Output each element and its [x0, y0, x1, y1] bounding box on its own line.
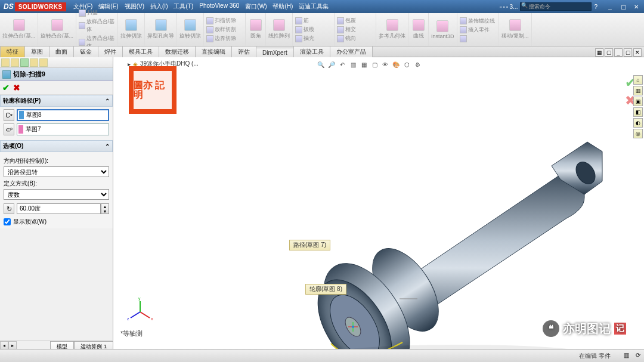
window-restore-icon[interactable]: ▢: [618, 2, 628, 11]
rib-linear-pattern[interactable]: 线性阵列: [266, 13, 293, 46]
menu-photoview[interactable]: PhotoView 360: [199, 2, 239, 11]
scroll-right-icon[interactable]: ▸: [8, 341, 17, 349]
feature-manager-panel: 切除-扫描9 ✔ ✖ 轮廓和路径(P)⌃ Cᵒ 草图8 ⊂ᵖ 草图7 选项(O)…: [0, 57, 113, 349]
view-triad[interactable]: x y z: [128, 300, 152, 324]
rib-instant3d[interactable]: Instant3D: [429, 13, 457, 46]
mdi-tile-icon[interactable]: ▦: [595, 48, 603, 57]
heads-up-toolbar: 🔍 🔎 ↶ ▥ ▦ ▢ 👁 🎨 ⬡ ⚙: [316, 60, 422, 69]
window-close-icon[interactable]: ✕: [631, 2, 642, 11]
menu-help[interactable]: 帮助(H): [273, 2, 293, 11]
status-rebuild-icon[interactable]: ⟳: [636, 352, 644, 360]
taskpane-file-explorer-icon[interactable]: ▣: [633, 97, 643, 106]
menu-insert[interactable]: 插入(I): [150, 2, 168, 11]
path-field[interactable]: 草图7: [17, 123, 109, 135]
rib-sweep-group[interactable]: 扫描 放样凸台/基体 边界凸台/基体: [76, 13, 118, 46]
tab-moldtools[interactable]: 模具工具: [122, 46, 159, 57]
menu-view[interactable]: 视图(V): [125, 2, 144, 11]
task-pane: ⌂ ▥ ▣ ◧ ◐ ◎: [633, 75, 644, 138]
view-settings-icon[interactable]: ⚙: [413, 60, 422, 69]
preview-checkbox[interactable]: 显示预览(W): [4, 218, 109, 226]
callout-profile[interactable]: 轮廓(草图 8): [305, 284, 346, 295]
watermark-seal-icon: 记: [614, 323, 626, 335]
tab-dimxpert[interactable]: DimXpert: [256, 48, 294, 57]
angle-icon[interactable]: ↻: [4, 203, 14, 214]
section-profile-path[interactable]: 轮廓和路径(P)⌃: [0, 95, 113, 107]
rib-extrude-boss[interactable]: 拉伸凸台/基...: [0, 13, 38, 46]
rib-revolve-boss[interactable]: 旋转凸台/基...: [38, 13, 76, 46]
taskpane-custom-icon[interactable]: ◎: [633, 129, 643, 138]
status-unit-icon[interactable]: ▥: [624, 352, 632, 360]
window-minimize-icon[interactable]: _: [605, 2, 615, 11]
feature-title: 切除-扫描9: [13, 70, 45, 79]
tab-direct[interactable]: 直接编辑: [195, 46, 232, 57]
tab-render[interactable]: 渲染工具: [293, 46, 330, 57]
hide-show-icon[interactable]: 👁: [380, 60, 390, 69]
path-selector-icon[interactable]: ⊂ᵖ: [4, 123, 14, 135]
taskpane-resources-icon[interactable]: ⌂: [633, 75, 643, 85]
rib-revolve-cut[interactable]: 旋转切除: [177, 13, 204, 46]
tab-sketch[interactable]: 草图: [24, 46, 49, 57]
tab-datamig[interactable]: 数据迁移: [159, 46, 196, 57]
scroll-left-icon[interactable]: ◂: [0, 341, 8, 349]
twist-control-select[interactable]: 沿路径扭转: [4, 166, 109, 177]
rib-refgeom[interactable]: 参考几何体: [376, 13, 408, 46]
rib-move-copy[interactable]: 移动/复制...: [499, 13, 532, 46]
define-by-select[interactable]: 度数: [4, 189, 109, 200]
profile-selector-icon[interactable]: Cᵒ: [4, 109, 14, 121]
ok-button[interactable]: ✔: [2, 83, 10, 92]
qat-save-icon[interactable]: ▫: [506, 4, 507, 10]
taskpane-appearances-icon[interactable]: ◐: [633, 118, 643, 128]
rib-rib-group[interactable]: 筋 拔模 抽壳: [293, 13, 335, 46]
swept-cut-icon: [2, 70, 11, 79]
mdi-restore-icon[interactable]: ▢: [624, 48, 632, 57]
menu-window[interactable]: 窗口(W): [245, 2, 267, 11]
callout-path[interactable]: 路径(草图 7): [289, 240, 330, 250]
mdi-cascade-icon[interactable]: ▢: [605, 48, 613, 57]
tab-sheetmetal[interactable]: 钣金: [73, 46, 98, 57]
fm-scrollbar[interactable]: ◂ ▸ 模型 运动算例 1: [0, 341, 113, 349]
tab-office[interactable]: 办公室产品: [330, 46, 373, 57]
menu-tools[interactable]: 工具(T): [174, 2, 193, 11]
angle-spinner[interactable]: ▲▼: [101, 203, 109, 214]
prev-view-icon[interactable]: ↶: [338, 60, 347, 69]
rib-extrude-cut[interactable]: 拉伸切除: [118, 13, 145, 46]
search-input[interactable]: 搜索命令: [520, 2, 592, 11]
ribbon-toolbar: 拉伸凸台/基... 旋转凸台/基... 扫描 放样凸台/基体 边界凸台/基体 拉…: [0, 13, 644, 47]
profile-field[interactable]: 草图8: [17, 109, 109, 121]
fm-config-icon[interactable]: [20, 58, 29, 67]
command-tabs: 特征 草图 曲面 钣金 焊件 模具工具 数据迁移 直接编辑 评估 DimXper…: [0, 47, 644, 57]
mdi-close-icon[interactable]: ✕: [633, 48, 642, 57]
tab-weldment[interactable]: 焊件: [98, 46, 123, 57]
fm-dimxpert-icon[interactable]: [30, 58, 38, 67]
cancel-button[interactable]: ✖: [13, 83, 20, 92]
zoom-fit-icon[interactable]: 🔍: [316, 60, 326, 69]
qat-open-icon[interactable]: ▫: [503, 4, 504, 10]
rib-wrap-group[interactable]: 包覆 相交 镜向: [335, 13, 376, 46]
fm-tree-icon[interactable]: [1, 58, 10, 67]
view-orientation-icon[interactable]: ▦: [359, 60, 369, 69]
fm-prop-icon[interactable]: [11, 58, 19, 67]
menu-maidi[interactable]: 迈迪工具集: [299, 2, 329, 11]
rib-hole-wizard[interactable]: 异型孔向导: [145, 13, 177, 46]
tab-evaluate[interactable]: 评估: [231, 46, 256, 57]
angle-input[interactable]: [17, 203, 101, 214]
section-view-icon[interactable]: ▥: [348, 60, 358, 69]
taskpane-design-library-icon[interactable]: ▥: [633, 86, 643, 95]
section-options[interactable]: 选项(O)⌃: [0, 140, 113, 152]
rib-curves[interactable]: 曲线: [408, 13, 429, 46]
qat-new-icon[interactable]: ▫: [500, 4, 501, 10]
tab-surface[interactable]: 曲面: [49, 46, 74, 57]
rib-fillet[interactable]: 圆角: [246, 13, 266, 46]
taskpane-view-palette-icon[interactable]: ◧: [633, 107, 643, 117]
help-icon[interactable]: ?: [594, 4, 597, 10]
rib-cut-group[interactable]: 扫描切除 放样切割 边界切除: [204, 13, 246, 46]
tab-features[interactable]: 特征: [0, 46, 25, 57]
apply-scene-icon[interactable]: ⬡: [402, 60, 411, 69]
edit-appearance-icon[interactable]: 🎨: [391, 60, 401, 69]
rib-thread-group[interactable]: 装饰螺纹线 插入零件: [457, 13, 499, 46]
fm-display-icon[interactable]: [39, 58, 48, 67]
graphics-viewport[interactable]: ▸ ◈ 39迷你小手电DHQ (... 🔍 🔎 ↶ ▥ ▦ ▢ 👁 🎨 ⬡ ⚙ …: [113, 57, 644, 349]
display-style-icon[interactable]: ▢: [370, 60, 379, 69]
mdi-minimize-icon[interactable]: _: [614, 48, 623, 57]
zoom-area-icon[interactable]: 🔎: [327, 60, 336, 69]
